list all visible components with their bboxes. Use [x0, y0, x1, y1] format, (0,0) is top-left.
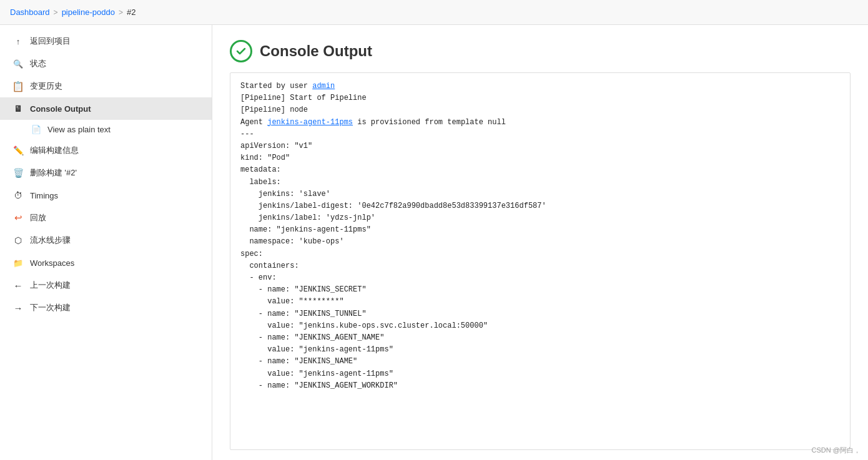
sidebar-label-workspaces: Workspaces [30, 258, 74, 268]
sidebar-item-workspaces[interactable]: 📁 Workspaces [0, 252, 212, 274]
sidebar-item-back-to-project[interactable]: ↑ 返回到项目 [0, 30, 212, 52]
sidebar-label-prev: 上一次构建 [30, 280, 71, 291]
breadcrumb-build: #2 [127, 7, 136, 17]
breadcrumb-dashboard[interactable]: Dashboard [10, 7, 50, 17]
next-icon: → [12, 302, 24, 313]
sidebar-label-delete: 删除构建 '#2' [30, 167, 77, 179]
console-line-12: jenkins/label: 'ydzs-jnlp' [240, 212, 840, 224]
sidebar-item-delete-build[interactable]: 🗑️ 删除构建 '#2' [0, 162, 212, 184]
sidebar: ↑ 返回到项目 🔍 状态 📋 变更历史 🖥 Console Output 📄 V… [0, 25, 212, 460]
sidebar-label-timings: Timings [30, 191, 58, 200]
console-line-21: value: "jenkins.kube-ops.svc.cluster.loc… [240, 320, 840, 332]
sidebar-label-change-history: 变更历史 [30, 81, 62, 92]
sidebar-item-timings[interactable]: ⏱ Timings [0, 184, 212, 207]
console-line-17: - env: [240, 272, 840, 284]
console-icon: 🖥 [12, 103, 24, 114]
sidebar-item-next-build[interactable]: → 下一次构建 [0, 296, 212, 319]
sidebar-item-pipeline-steps[interactable]: ⬡ 流水线步骤 [0, 229, 212, 252]
console-line-8: metadata: [240, 164, 840, 176]
workspace-icon: 📁 [12, 257, 24, 268]
console-line-19: value: "********" [240, 296, 840, 308]
console-line-24: - name: "JENKINS_NAME" [240, 356, 840, 368]
sidebar-item-view-plain-text[interactable]: 📄 View as plain text [0, 120, 212, 139]
clock-icon: ⏱ [12, 190, 24, 201]
sidebar-item-edit-build[interactable]: ✏️ 编辑构建信息 [0, 139, 212, 162]
prev-icon: ← [12, 280, 24, 291]
console-line-20: - name: "JENKINS_TUNNEL" [240, 308, 840, 320]
replay-icon: ↩ [12, 212, 24, 223]
sidebar-label-next: 下一次构建 [30, 302, 71, 313]
main-content: Console Output Started by user admin [Pi… [212, 25, 868, 460]
doc-icon: 📄 [31, 125, 41, 134]
sidebar-label-edit-build: 编辑构建信息 [30, 145, 79, 156]
sidebar-item-replay[interactable]: ↩ 回放 [0, 207, 212, 229]
sidebar-item-status[interactable]: 🔍 状态 [0, 52, 212, 75]
sidebar-label-pipeline: 流水线步骤 [30, 235, 71, 246]
breadcrumb-sep-2: > [119, 8, 123, 17]
console-line-7: kind: "Pod" [240, 152, 840, 164]
console-line-23: value: "jenkins-agent-11pms" [240, 344, 840, 356]
console-line-26: - name: "JENKINS_AGENT_WORKDIR" [240, 380, 840, 392]
console-line-15: spec: [240, 248, 840, 260]
sidebar-label-replay: 回放 [30, 212, 46, 223]
breadcrumb-pipeline[interactable]: pipeline-poddo [62, 7, 115, 17]
console-line-14: namespace: 'kube-ops' [240, 236, 840, 248]
console-line-5: --- [240, 129, 840, 140]
pipeline-icon: ⬡ [12, 235, 24, 246]
console-line-4: Agent jenkins-agent-11pms is provisioned… [240, 117, 840, 129]
watermark: CSDN @阿白， [812, 446, 861, 455]
console-line-6: apiVersion: "v1" [240, 140, 840, 152]
console-output-header: Console Output [212, 25, 868, 72]
console-line-13: name: "jenkins-agent-11pms" [240, 224, 840, 236]
console-line-3: [Pipeline] node [240, 104, 840, 116]
pencil-icon: ✏️ [12, 145, 24, 156]
agent-link[interactable]: jenkins-agent-11pms [267, 118, 353, 127]
console-output-area[interactable]: Started by user admin [Pipeline] Start o… [230, 72, 851, 450]
up-icon: ↑ [12, 36, 24, 47]
console-line-11: jenkins/label-digest: '0e42c7f82a990dbad… [240, 200, 840, 212]
breadcrumb: Dashboard > pipeline-poddo > #2 [0, 0, 868, 25]
page-title: Console Output [260, 42, 372, 60]
sidebar-item-console-output[interactable]: 🖥 Console Output [0, 97, 212, 120]
sidebar-label-console: Console Output [30, 104, 91, 114]
console-line-16: containers: [240, 260, 840, 272]
trash-icon: 🗑️ [12, 167, 24, 179]
breadcrumb-sep-1: > [54, 8, 58, 17]
console-line-10: jenkins: 'slave' [240, 188, 840, 200]
console-line-9: labels: [240, 177, 840, 188]
console-line-2: [Pipeline] Start of Pipeline [240, 92, 840, 104]
console-line-22: - name: "JENKINS_AGENT_NAME" [240, 332, 840, 344]
sidebar-label-status: 状态 [30, 58, 46, 69]
sidebar-item-prev-build[interactable]: ← 上一次构建 [0, 274, 212, 296]
history-icon: 📋 [12, 81, 24, 92]
search-icon: 🔍 [12, 58, 24, 69]
sidebar-label-back: 返回到项目 [30, 36, 71, 47]
console-line-25: value: "jenkins-agent-11pms" [240, 368, 840, 380]
sidebar-label-plain-text: View as plain text [47, 125, 111, 134]
admin-link[interactable]: admin [312, 82, 335, 91]
console-line-1: Started by user admin [240, 81, 840, 92]
success-check-icon [230, 40, 252, 62]
sidebar-item-change-history[interactable]: 📋 变更历史 [0, 75, 212, 97]
console-line-18: - name: "JENKINS_SECRET" [240, 284, 840, 296]
